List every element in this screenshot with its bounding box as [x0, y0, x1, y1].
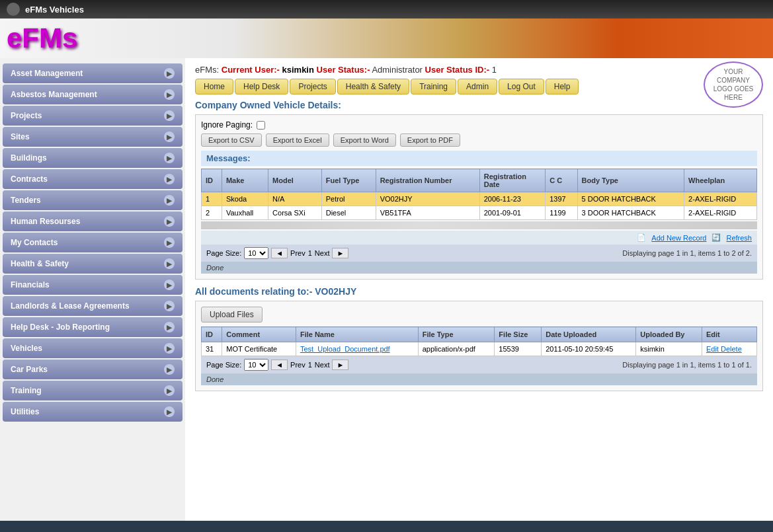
company-logo: YOUR COMPANY LOGO GOES HERE	[704, 61, 763, 108]
status-line: eFMs: Current User:- ksimkin User Status…	[195, 65, 763, 75]
sidebar-item-helpdesk-reporting[interactable]: Help Desk - Job Reporting ▶	[3, 317, 183, 337]
vehicles-page-size-select[interactable]: 10 25 50	[244, 247, 268, 259]
refresh-icon: 🔄	[712, 233, 721, 242]
chevron-right-icon: ▶	[164, 280, 175, 290]
documents-table-header: ID Comment File Name File Type File Size…	[202, 327, 757, 342]
sidebar-item-sites[interactable]: Sites ▶	[3, 127, 183, 147]
sidebar-item-human-resources[interactable]: Human Resourses ▶	[3, 211, 183, 231]
sidebar-item-buildings[interactable]: Buildings ▶	[3, 148, 183, 168]
chevron-right-icon: ▶	[164, 385, 175, 396]
top-bar: eFMs Vehicles	[0, 0, 773, 19]
sidebar-item-vehicles[interactable]: Vehicles ▶	[3, 338, 183, 358]
chevron-right-icon: ▶	[164, 89, 175, 100]
nav-helpdesk[interactable]: Help Desk	[235, 79, 288, 95]
chevron-right-icon: ▶	[164, 132, 175, 142]
file-name-link[interactable]: Test_Upload_Document.pdf	[300, 345, 390, 353]
table-row[interactable]: 31MOT CertificateTest_Upload_Document.pd…	[202, 342, 757, 356]
vehicles-table-scrollbar[interactable]	[201, 221, 757, 229]
sidebar-item-tenders[interactable]: Tenders ▶	[3, 190, 183, 210]
col-cc: C C	[546, 169, 577, 192]
vehicles-page-number: 1	[308, 249, 312, 257]
edit-link[interactable]: Edit	[706, 345, 719, 353]
export-word-button[interactable]: Export to Word	[333, 133, 396, 147]
doc-col-filesize: File Size	[495, 327, 542, 342]
main-layout: Asset Management ▶ Asbestos Management ▶…	[0, 58, 773, 521]
doc-col-date-uploaded: Date Uploaded	[542, 327, 636, 342]
docs-page-size-select[interactable]: 10 25 50	[244, 359, 268, 371]
ignore-paging-row: Ignore Paging:	[201, 120, 757, 130]
col-id: ID	[202, 169, 222, 192]
chevron-right-icon: ▶	[164, 68, 175, 79]
add-new-record-link[interactable]: Add New Record	[651, 234, 706, 242]
doc-col-filename: File Name	[296, 327, 418, 342]
ignore-paging-checkbox[interactable]	[257, 121, 265, 130]
chevron-right-icon: ▶	[164, 216, 175, 227]
table-row[interactable]: 2VauxhallCorsa SXiDieselVB51TFA2001-09-0…	[202, 206, 757, 220]
nav-bar: Home Help Desk Projects Health & Safety …	[195, 79, 704, 95]
sidebar-item-utilities[interactable]: Utilities ▶	[3, 402, 183, 422]
docs-next-button[interactable]: ►	[332, 360, 348, 370]
col-model: Model	[268, 169, 322, 192]
nav-home[interactable]: Home	[195, 79, 233, 95]
nav-health-safety[interactable]: Health & Safety	[337, 79, 409, 95]
vehicles-prev-button[interactable]: ◄	[271, 248, 288, 258]
ignore-paging-label: Ignore Paging:	[201, 120, 253, 130]
documents-table: ID Comment File Name File Type File Size…	[201, 326, 757, 356]
docs-prev-button[interactable]: ◄	[271, 360, 288, 370]
chevron-right-icon: ▶	[164, 258, 175, 269]
nav-training[interactable]: Training	[411, 79, 456, 95]
chevron-right-icon: ▶	[164, 237, 175, 248]
upload-files-button[interactable]: Upload Files	[201, 307, 263, 323]
vehicles-page-next-label: Next	[315, 249, 330, 257]
col-wheelplan: Wheelplan	[684, 169, 757, 192]
col-reg-number: Registration Number	[376, 169, 479, 192]
export-excel-button[interactable]: Export to Excel	[266, 133, 329, 147]
sidebar: Asset Management ▶ Asbestos Management ▶…	[0, 58, 185, 521]
logo: eFMs	[7, 22, 77, 54]
docs-page-prev-label: Prev	[290, 361, 305, 369]
content-area: YOUR COMPANY LOGO GOES HERE eFMs: Curren…	[185, 58, 773, 521]
header-banner: eFMs	[0, 19, 773, 58]
nav-logout[interactable]: Log Out	[499, 79, 544, 95]
export-pdf-button[interactable]: Export to PDF	[400, 133, 460, 147]
chevron-right-icon: ▶	[164, 406, 175, 417]
chevron-right-icon: ▶	[164, 301, 175, 311]
sidebar-item-car-parks[interactable]: Car Parks ▶	[3, 360, 183, 379]
delete-link[interactable]: Delete	[719, 345, 742, 353]
sidebar-item-landlords[interactable]: Landlords & Lease Agreements ▶	[3, 296, 183, 316]
nav-help[interactable]: Help	[546, 79, 579, 95]
sidebar-item-asbestos-management[interactable]: Asbestos Management ▶	[3, 85, 183, 104]
vehicles-done-bar: Done	[201, 262, 757, 274]
vehicles-table-header: ID Make Model Fuel Type Registration Num…	[202, 169, 757, 192]
chevron-right-icon: ▶	[164, 322, 175, 332]
export-csv-button[interactable]: Export to CSV	[201, 133, 262, 147]
sidebar-item-projects[interactable]: Projects ▶	[3, 106, 183, 126]
status-area: YOUR COMPANY LOGO GOES HERE eFMs: Curren…	[195, 65, 763, 95]
app-title: eFMs Vehicles	[25, 5, 84, 15]
documents-section-title: All documents relating to:- VO02HJY	[195, 286, 763, 297]
docs-page-number: 1	[308, 361, 312, 369]
nav-projects[interactable]: Projects	[290, 79, 335, 95]
chevron-right-icon: ▶	[164, 110, 175, 121]
docs-page-next-label: Next	[315, 361, 330, 369]
sidebar-item-my-contacts[interactable]: My Contacts ▶	[3, 233, 183, 252]
refresh-link[interactable]: Refresh	[726, 234, 752, 242]
vehicles-table: ID Make Model Fuel Type Registration Num…	[201, 169, 757, 220]
docs-pagination: Page Size: 10 25 50 ◄ Prev 1 Next ► Disp…	[201, 356, 757, 373]
vehicles-table-footer: 📄 Add New Record 🔄 Refresh	[201, 231, 757, 245]
documents-panel: Upload Files ID Comment File Name File T…	[195, 301, 763, 391]
messages-bar: Messages:	[201, 151, 757, 166]
vehicles-next-button[interactable]: ►	[332, 248, 348, 258]
sidebar-item-training[interactable]: Training ▶	[3, 381, 183, 400]
nav-admin[interactable]: Admin	[458, 79, 497, 95]
sidebar-item-health-safety[interactable]: Health & Safety ▶	[3, 254, 183, 274]
chevron-right-icon: ▶	[164, 195, 175, 206]
vehicles-pagination: Page Size: 10 25 50 ◄ Prev 1 Next ► Disp…	[201, 245, 757, 262]
table-row[interactable]: 1SkodaN/APetrolVO02HJY2006-11-2313975 DO…	[202, 192, 757, 206]
vehicles-panel: Ignore Paging: Export to CSV Export to E…	[195, 114, 763, 280]
sidebar-item-financials[interactable]: Financials ▶	[3, 275, 183, 295]
doc-page-size-label: Page Size:	[206, 361, 241, 369]
sidebar-item-contracts[interactable]: Contracts ▶	[3, 169, 183, 189]
vehicles-page-prev-label: Prev	[290, 249, 305, 257]
sidebar-item-asset-management[interactable]: Asset Management ▶	[3, 63, 183, 83]
